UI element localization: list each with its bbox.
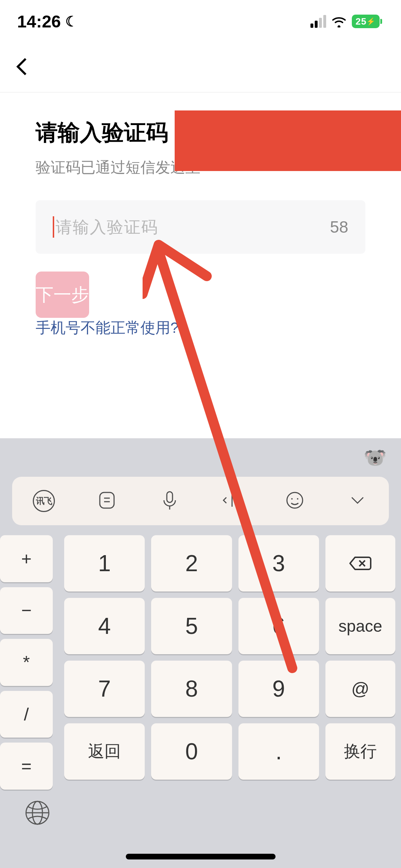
keyboard-toolbar: 讯飞 (12, 477, 389, 525)
digit-7-key[interactable]: 7 (64, 661, 145, 717)
status-time: 14:26 (17, 12, 61, 31)
digit-9-key[interactable]: 9 (238, 661, 319, 717)
phone-unusable-link[interactable]: 手机号不能正常使用? (36, 319, 179, 336)
home-indicator[interactable] (126, 854, 276, 859)
verification-code-input[interactable] (56, 217, 330, 237)
digit-5-key[interactable]: 5 (151, 598, 232, 654)
svg-point-8 (291, 498, 293, 500)
digit-3-key[interactable]: 3 (238, 535, 319, 591)
symbol-asterisk-key[interactable]: * (0, 639, 53, 686)
digit-4-key[interactable]: 4 (64, 598, 145, 654)
nav-bar (0, 43, 401, 93)
at-key[interactable]: @ (325, 661, 395, 717)
backspace-key[interactable] (325, 535, 395, 591)
symbol-minus-key[interactable]: − (0, 587, 53, 634)
code-input-row[interactable]: 58 (36, 200, 365, 254)
wifi-icon (331, 12, 347, 31)
status-bar: 14:26 ☾ 25⚡ (0, 0, 401, 43)
cursor-move-icon[interactable] (221, 490, 243, 512)
dnd-moon-icon: ☾ (65, 13, 78, 30)
symbol-slash-key[interactable]: / (0, 691, 53, 738)
keyboard-avatar-icon[interactable]: 🐨 (364, 447, 387, 469)
ime-badge-icon[interactable]: 讯飞 (33, 490, 55, 512)
resend-countdown: 58 (330, 217, 348, 237)
svg-point-7 (287, 492, 303, 508)
redaction-block (175, 110, 401, 171)
svg-point-9 (297, 498, 298, 500)
numeric-keypad: 1 2 3 4 5 6 space 7 8 9 @ 返回 0 . 换行 +−*/… (58, 535, 401, 790)
digit-1-key[interactable]: 1 (64, 535, 145, 591)
clipboard-icon[interactable] (96, 490, 118, 512)
keyboard: 🐨 讯飞 1 2 3 4 5 (0, 438, 401, 868)
dot-key[interactable]: . (238, 723, 319, 780)
next-button[interactable]: 下一步 (36, 272, 89, 318)
main-content: 请输入验证码 验证码已通过短信发送至 58 下一步 手机号不能正常使用? (0, 93, 401, 338)
microphone-icon[interactable] (159, 490, 180, 512)
digit-6-key[interactable]: 6 (238, 598, 319, 654)
digit-0-key[interactable]: 0 (151, 723, 232, 780)
enter-key[interactable]: 换行 (325, 723, 395, 780)
cellular-icon (310, 15, 326, 28)
text-cursor (53, 216, 54, 238)
symbol-equals-key[interactable]: = (0, 743, 53, 790)
emoji-icon[interactable] (284, 490, 305, 512)
battery-icon: 25⚡ (352, 15, 380, 28)
globe-icon[interactable] (24, 799, 51, 828)
svg-rect-4 (167, 492, 173, 502)
return-previous-key[interactable]: 返回 (64, 723, 145, 780)
space-key[interactable]: space (325, 598, 395, 654)
collapse-keyboard-icon[interactable] (347, 490, 368, 512)
digit-2-key[interactable]: 2 (151, 535, 232, 591)
back-button[interactable] (13, 57, 31, 77)
symbol-plus-key[interactable]: + (0, 535, 53, 582)
svg-rect-1 (100, 492, 114, 508)
digit-8-key[interactable]: 8 (151, 661, 232, 717)
